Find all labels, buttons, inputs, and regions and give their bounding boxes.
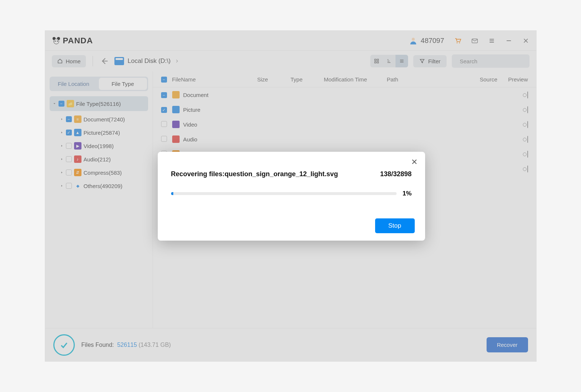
modal-title-prefix: Recovering files: [171, 170, 225, 178]
files-found-label: Files Found: [81, 342, 114, 348]
table-header: − FileName Size Type Modification Time P… [153, 71, 536, 87]
svg-point-7 [459, 42, 460, 43]
menu-icon[interactable] [488, 37, 495, 44]
view-detail-button[interactable] [383, 55, 395, 67]
tree-label: Video(1998) [84, 143, 114, 149]
preview-icon[interactable] [527, 121, 528, 128]
row-type-icon [172, 135, 180, 143]
recover-button[interactable]: Recover [487, 337, 528, 352]
back-icon[interactable] [100, 56, 109, 66]
col-modification[interactable]: Modification Time [324, 76, 387, 83]
tree-item-video[interactable]: ▶Video(1998) [50, 139, 148, 153]
row-type-icon [172, 106, 180, 113]
svg-rect-11 [375, 61, 376, 63]
row-checkbox[interactable]: − [161, 92, 167, 98]
tree-item-others[interactable]: ◆Others(490209) [50, 179, 148, 192]
breadcrumb-label: Local Disk (D:\) [128, 57, 171, 65]
filter-button[interactable]: Filter [413, 55, 446, 67]
filter-icon [419, 58, 425, 64]
file-type-tree: − 📁 File Type(526116) −≡Document(7240) ✓… [50, 96, 148, 192]
view-grid-button[interactable] [370, 55, 383, 67]
tree-root-label: File Type(526116) [76, 101, 121, 107]
tree-root[interactable]: − 📁 File Type(526116) [50, 96, 148, 111]
tree-label: Others(490209) [84, 183, 123, 189]
search-box[interactable] [452, 54, 530, 68]
tree-item-compress[interactable]: ⇵Compress(583) [50, 166, 148, 179]
chevron-right-icon [60, 131, 64, 134]
sidebar-tabs: File Location File Type [50, 77, 148, 91]
home-button[interactable]: Home [52, 55, 86, 67]
preview-icon[interactable] [527, 106, 528, 113]
tab-file-type[interactable]: File Type [99, 78, 147, 90]
col-source[interactable]: Source [480, 76, 506, 83]
brand-text: PANDA [63, 36, 93, 46]
search-input[interactable] [460, 58, 530, 64]
row-checkbox[interactable] [161, 121, 167, 127]
files-found-text: Files Found: 526115 (143.71 GB) [81, 342, 171, 348]
tree-item-audio[interactable]: ♪Audio(212) [50, 153, 148, 166]
chevron-right-icon [60, 184, 64, 188]
checkbox-empty[interactable] [66, 170, 72, 175]
stop-button[interactable]: Stop [375, 218, 415, 233]
checkbox-empty[interactable] [66, 183, 72, 189]
svg-point-4 [57, 40, 58, 41]
user-chip[interactable]: 487097 [409, 36, 444, 45]
modal-filename: question_sign_orange_12_light.svg [225, 170, 338, 178]
row-checkbox[interactable] [161, 136, 167, 142]
document-icon: ≡ [74, 115, 81, 123]
scan-complete-icon [53, 334, 75, 356]
table-row[interactable]: − Document [153, 87, 536, 102]
home-icon [57, 58, 63, 64]
col-filename[interactable]: FileName [172, 76, 257, 83]
tree-item-document[interactable]: −≡Document(7240) [50, 113, 148, 126]
panda-logo-icon [52, 36, 61, 45]
view-list-button[interactable] [395, 55, 408, 67]
preview-icon[interactable] [527, 151, 528, 158]
modal-close-icon[interactable] [410, 158, 418, 166]
breadcrumb[interactable]: Local Disk (D:\) [114, 57, 180, 65]
chevron-right-icon [60, 171, 64, 174]
recovering-modal: Recovering files:question_sign_orange_12… [158, 152, 425, 241]
col-path[interactable]: Path [387, 76, 480, 83]
progress-percent: 1% [403, 190, 412, 197]
files-found-size: (143.71 GB) [138, 342, 171, 348]
svg-point-3 [54, 40, 56, 41]
table-row[interactable]: Video [153, 117, 536, 132]
chevron-down-icon [53, 102, 56, 105]
tree-label: Compress(583) [84, 170, 122, 176]
preview-icon[interactable] [527, 136, 528, 143]
audio-icon: ♪ [74, 155, 81, 163]
minimize-icon[interactable] [505, 37, 512, 44]
checkbox-empty[interactable] [66, 143, 72, 149]
toolbar: Home Local Disk (D:\) Filter [45, 51, 536, 71]
svg-rect-12 [377, 61, 378, 63]
tab-file-location[interactable]: File Location [50, 77, 98, 91]
chevron-right-icon [60, 157, 64, 161]
col-size[interactable]: Size [257, 76, 291, 83]
sidebar: File Location File Type − 📁 File Type(52… [45, 71, 153, 328]
row-type-icon [172, 121, 180, 128]
row-checkbox[interactable]: ✓ [161, 107, 167, 113]
checkbox-empty[interactable] [66, 156, 72, 162]
checkbox-checked[interactable]: ✓ [66, 130, 72, 135]
table-row[interactable]: ✓ Picture [153, 102, 536, 117]
modal-progress-count: 138/32898 [380, 170, 411, 178]
checkbox-partial[interactable]: − [66, 116, 72, 122]
preview-icon[interactable] [527, 165, 528, 172]
view-mode-group [370, 55, 408, 67]
chevron-right-icon [174, 58, 180, 64]
cart-icon[interactable] [454, 37, 461, 44]
preview-icon[interactable] [527, 91, 528, 98]
status-footer: Files Found: 526115 (143.71 GB) Recover [45, 328, 536, 361]
svg-point-6 [457, 42, 458, 43]
col-type[interactable]: Type [291, 76, 324, 83]
tree-item-picture[interactable]: ✓▲Picture(25874) [50, 126, 148, 139]
table-row[interactable]: Audio [153, 132, 536, 147]
toolbar-separator [93, 56, 93, 66]
close-icon[interactable] [522, 37, 530, 44]
col-preview[interactable]: Preview [506, 76, 528, 83]
checkbox-select-all[interactable]: − [161, 77, 167, 83]
checkbox-partial[interactable]: − [59, 101, 64, 107]
mail-icon[interactable] [471, 37, 478, 44]
svg-point-5 [412, 38, 415, 41]
